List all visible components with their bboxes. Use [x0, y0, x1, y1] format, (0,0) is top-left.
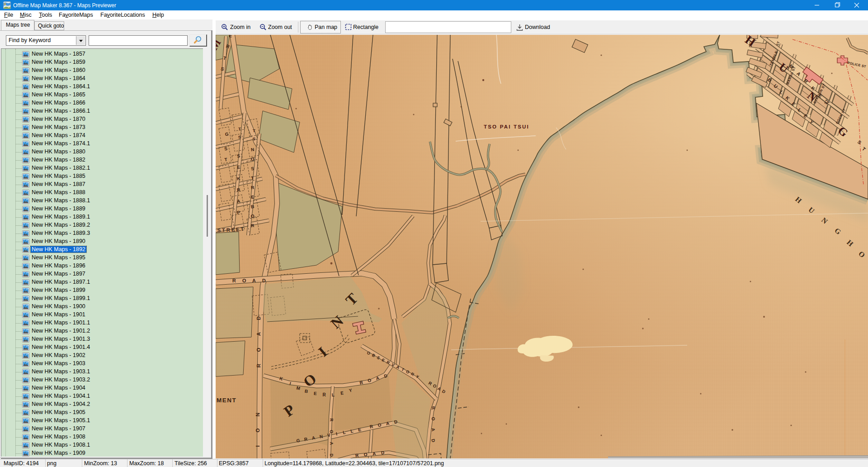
svg-text:A: A [372, 451, 376, 457]
svg-text:I: I [255, 445, 260, 447]
svg-text:S: S [253, 136, 255, 141]
svg-text:R: R [329, 418, 334, 421]
svg-text:MENT: MENT [217, 397, 236, 404]
svg-text:T: T [253, 128, 255, 133]
svg-text:T: T [238, 126, 241, 131]
svg-text:R: R [256, 363, 261, 367]
svg-text:L: L [331, 392, 335, 397]
svg-text:D: D [256, 316, 261, 320]
svg-text:A: A [236, 199, 241, 204]
svg-text:B: B [304, 389, 308, 394]
svg-text:S: S [238, 134, 241, 139]
svg-text:B: B [250, 204, 255, 210]
svg-text:R: R [322, 392, 326, 397]
svg-text:A: A [252, 278, 256, 283]
svg-text:D: D [381, 450, 385, 456]
svg-text:D: D [329, 453, 334, 457]
svg-text:D: D [262, 278, 266, 283]
svg-text:O: O [255, 428, 260, 432]
svg-text:R: R [232, 278, 236, 283]
svg-text:TSO PAI TSUI: TSO PAI TSUI [484, 124, 529, 129]
svg-text:N: N [255, 413, 260, 416]
svg-text:N: N [250, 147, 255, 152]
svg-text:O: O [242, 278, 246, 283]
svg-text:O: O [256, 348, 261, 352]
svg-text:E: E [314, 391, 317, 396]
svg-text:A: A [329, 442, 334, 445]
svg-text:A: A [256, 332, 261, 336]
